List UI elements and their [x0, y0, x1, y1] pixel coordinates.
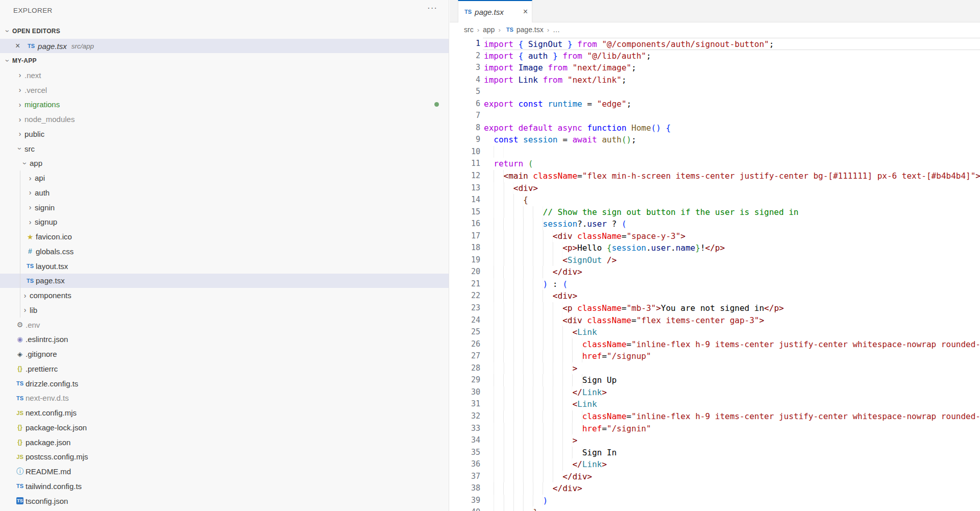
tree-item-app[interactable]: ›app	[0, 156, 449, 171]
tree-item--vercel[interactable]: ›.vercel	[0, 83, 449, 98]
tree-item-drizzle-config-ts[interactable]: TSdrizzle.config.ts	[0, 376, 449, 391]
breadcrumb-item-app[interactable]: app	[483, 26, 495, 34]
code-line-33[interactable]: href="/signin"	[483, 423, 980, 435]
tree-item-signin[interactable]: ›signin	[0, 200, 449, 215]
code-line-35[interactable]: Sign In	[483, 447, 980, 459]
tree-item-label: .eslintrc.json	[26, 335, 68, 344]
code-line-23[interactable]: <p className="mb-3">You are not signed i…	[483, 302, 980, 314]
tree-item-page-tsx[interactable]: TSpage.tsx	[0, 274, 449, 288]
code-line-11[interactable]: return (	[483, 158, 980, 170]
code-text: export default async function Home() {	[484, 123, 671, 133]
tree-item-migrations[interactable]: ›migrations	[0, 98, 449, 112]
tree-item-auth[interactable]: ›auth	[0, 185, 449, 200]
code-line-24[interactable]: <div className="flex items-center gap-3"…	[483, 314, 980, 327]
code-line-18[interactable]: <p>Hello {session.user.name}!</p>	[483, 242, 980, 254]
tree-item--gitignore[interactable]: ◈.gitignore	[0, 347, 449, 361]
code-line-36[interactable]: </Link>	[483, 458, 980, 471]
line-number-21: 21	[450, 278, 480, 290]
tree-item-public[interactable]: ›public	[0, 127, 449, 141]
code-line-17[interactable]: <div className="space-y-3">	[483, 230, 980, 242]
tree-item--prettierrc[interactable]: {}.prettierrc	[0, 361, 449, 376]
open-editors-section-header[interactable]: › OPEN EDITORS	[3, 23, 449, 38]
code-line-38[interactable]: </div>	[483, 482, 980, 495]
code-line-15[interactable]: // Show the sign out button if the user …	[483, 206, 980, 218]
tree-item-favicon-ico[interactable]: ★favicon.ico	[0, 229, 449, 244]
code-line-6[interactable]: export const runtime = "edge";	[483, 98, 980, 110]
code-line-31[interactable]: <Link	[483, 398, 980, 410]
code-line-37[interactable]: </div>	[483, 471, 980, 483]
line-number-18: 18	[450, 242, 480, 254]
tree-item-package-json[interactable]: {}package.json	[0, 435, 449, 450]
breadcrumb-item-more[interactable]: …	[553, 26, 560, 34]
code-line-34[interactable]: >	[483, 434, 980, 447]
code-line-29[interactable]: Sign Up	[483, 374, 980, 386]
close-icon[interactable]: ×	[15, 41, 26, 51]
tree-item-signup[interactable]: ›signup	[0, 215, 449, 230]
code-editor[interactable]: 1234567891011121314151617181920212223242…	[450, 37, 980, 511]
tree-item-label: public	[24, 130, 44, 138]
code-line-7[interactable]	[483, 110, 980, 122]
tree-item-tsconfig-json[interactable]: TStsconfig.json	[0, 494, 449, 508]
indent-guides	[484, 254, 562, 266]
code-line-8[interactable]: export default async function Home() {	[483, 122, 980, 134]
code-line-2[interactable]: import { auth } from "@/lib/auth";	[483, 50, 980, 62]
tree-item-lib[interactable]: ›lib	[0, 303, 449, 318]
tree-item--eslintrc-json[interactable]: ◉.eslintrc.json	[0, 332, 449, 347]
tab-page-tsx[interactable]: TS page.tsx ×	[458, 0, 532, 22]
tree-item-package-lock-json[interactable]: {}package-lock.json	[0, 420, 449, 435]
chevron-right-icon: ›	[20, 291, 30, 300]
code-line-32[interactable]: className="inline-flex h-9 items-center …	[483, 410, 980, 423]
code-line-19[interactable]: <SignOut />	[483, 254, 980, 266]
project-section-header[interactable]: › MY-APP	[3, 53, 449, 68]
code-line-3[interactable]: import Image from "next/image";	[483, 62, 980, 74]
code-line-13[interactable]: <div>	[483, 182, 980, 194]
code-line-27[interactable]: href="/signup"	[483, 350, 980, 362]
tree-item-tailwind-config-ts[interactable]: TStailwind.config.ts	[0, 479, 449, 494]
indent-guides	[484, 350, 582, 362]
open-editor-item-page-tsx[interactable]: × TS page.tsx src/app	[0, 39, 449, 53]
code-line-26[interactable]: className="inline-flex h-9 items-center …	[483, 338, 980, 351]
indent-guides	[484, 495, 543, 507]
chevron-right-icon: ›	[544, 26, 553, 34]
line-number-10: 10	[450, 146, 480, 158]
close-icon[interactable]: ×	[523, 7, 528, 16]
indent-guides	[484, 206, 543, 218]
tree-item-components[interactable]: ›components	[0, 288, 449, 303]
tree-item-postcss-config-mjs[interactable]: JSpostcss.config.mjs	[0, 450, 449, 465]
tree-item-globals-css[interactable]: #globals.css	[0, 244, 449, 259]
code-line-28[interactable]: >	[483, 362, 980, 375]
code-line-20[interactable]: </div>	[483, 266, 980, 278]
line-number-5: 5	[450, 86, 480, 98]
breadcrumb-item-src[interactable]: src	[464, 26, 474, 34]
tree-item-src[interactable]: ›src	[0, 141, 449, 156]
js-file-icon: JS	[15, 454, 24, 460]
code-line-16[interactable]: session?.user ? (	[483, 218, 980, 230]
code-line-21[interactable]: ) : (	[483, 278, 980, 290]
explorer-actions-ellipsis-icon[interactable]: ···	[427, 3, 437, 13]
code-line-40[interactable]: }	[483, 506, 980, 511]
tree-item-label: next.config.mjs	[26, 408, 77, 417]
tree-item-readme-md[interactable]: ⓘREADME.md	[0, 464, 449, 479]
tree-item-node-modules[interactable]: ›node_modules	[0, 112, 449, 127]
tree-item-next-config-mjs[interactable]: JSnext.config.mjs	[0, 405, 449, 420]
code-line-5[interactable]	[483, 86, 980, 98]
code-line-14[interactable]: {	[483, 194, 980, 206]
code-line-22[interactable]: <div>	[483, 290, 980, 302]
code-line-1[interactable]: import { SignOut } from "@/components/au…	[483, 38, 980, 50]
tree-item-layout-tsx[interactable]: TSlayout.tsx	[0, 259, 449, 274]
code-line-9[interactable]: const session = await auth();	[483, 134, 980, 146]
code-line-30[interactable]: </Link>	[483, 386, 980, 399]
code-line-39[interactable]: )	[483, 495, 980, 507]
tree-item-api[interactable]: ›api	[0, 171, 449, 185]
chevron-right-icon: ›	[26, 218, 35, 226]
code-line-10[interactable]	[483, 146, 980, 158]
tree-item--next[interactable]: ›.next	[0, 68, 449, 83]
tree-item--env[interactable]: ⚙.env	[0, 318, 449, 332]
code-line-12[interactable]: <main className="flex min-h-screen items…	[483, 170, 980, 182]
tree-item-label: api	[35, 174, 45, 182]
breadcrumb: src › app › TS page.tsx › …	[450, 22, 980, 37]
code-line-4[interactable]: import Link from "next/link";	[483, 74, 980, 86]
tree-item-next-env-d-ts[interactable]: TSnext-env.d.ts	[0, 391, 449, 406]
code-line-25[interactable]: <Link	[483, 326, 980, 338]
breadcrumb-item-file[interactable]: page.tsx	[517, 26, 544, 34]
